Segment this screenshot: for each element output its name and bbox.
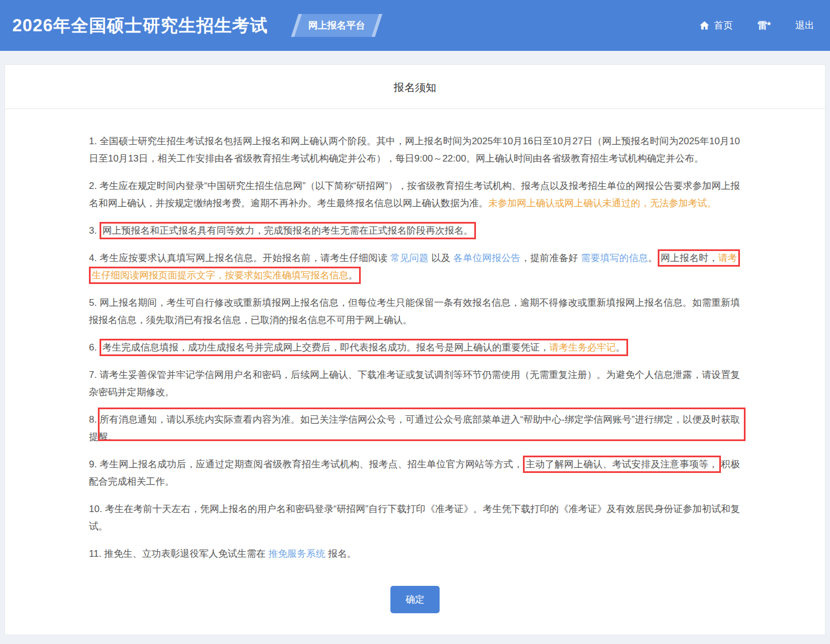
text-run: 9. 考生网上报名成功后，应通过定期查阅省级教育招生考试机构、报考点、招生单位官… [89,459,523,470]
site-title: 2026年全国硕士研究生招生考试 [12,14,268,37]
text-segment: 未参加网上确认或网上确认未通过的，无法参加考试。 [488,198,716,209]
text-segment: 11. 推免生、立功表彰退役军人免试生需在 [89,548,268,559]
notice-card: 报名须知 1. 全国硕士研究生招生考试报名包括网上报名和网上确认两个阶段。其中，… [4,64,826,635]
text-segment: 10. 考生在考前十天左右，凭网上报名的用户名和密码登录“研招网”自行下载打印《… [89,504,740,532]
inline-link[interactable]: 各单位网报公告 [454,253,521,263]
confirm-button[interactable]: 确定 [390,586,440,613]
text-run: 6. [89,342,100,353]
text-segment: 6. [89,342,100,353]
text-run: 1. 全国硕士研究生招生考试报名包括网上报名和网上确认两个阶段。其中，网上报名时… [89,136,740,164]
notice-paragraph: 5. 网上报名期间，考生可自行修改或重新填报网上报名信息，但每位考生只能保留一条… [89,294,740,329]
red-annotation-box: 主动了解网上确认、考试安排及注意事项等， [523,456,721,473]
notice-paragraph: 3. 网上预报名和正式报名具有同等效力，完成预报名的考生无需在正式报名阶段再次报… [89,222,740,239]
notice-list: 1. 全国硕士研究生招生考试报名包括网上报名和网上确认两个阶段。其中，网上报名时… [5,109,825,562]
text-run: 7. 请考生妥善保管并牢记学信网用户名和密码，后续网上确认、下载准考证或复试调剂… [89,370,740,397]
page-title: 报名须知 [5,65,825,109]
notice-paragraph: 4. 考生应按要求认真填写网上报名信息。开始报名前，请考生仔细阅读 常见问题 以… [89,249,740,284]
header-nav: 首页 雷* 退出 [699,19,814,32]
notice-paragraph: 6. 考生完成信息填报，成功生成报名号并完成网上交费后，即代表报名成功。报名号是… [89,339,740,356]
text-run: 5. 网上报名期间，考生可自行修改或重新填报网上报名信息，但每位考生只能保留一条… [89,297,740,325]
text-run: 10. 考生在考前十天左右，凭网上报名的用户名和密码登录“研招网”自行下载打印《… [89,504,740,532]
text-segment: 3. [89,225,100,236]
notice-paragraph: 10. 考生在考前十天左右，凭网上报名的用户名和密码登录“研招网”自行下载打印《… [89,500,740,535]
text-segment: 。 [348,270,358,281]
nav-home-label: 首页 [714,19,733,32]
notice-paragraph: 11. 推免生、立功表彰退役军人免试生需在 推免服务系统 报名。 [89,545,740,562]
text-run: 4. 考生应按要求认真填写网上报名信息。开始报名前，请考生仔细阅读 常见问题 以… [89,253,658,263]
text-segment: 1. 全国硕士研究生招生考试报名包括网上报名和网上确认两个阶段。其中，网上报名时… [89,136,740,164]
text-run: 11. 推免生、立功表彰退役军人免试生需在 推免服务系统 报名。 [89,548,357,559]
text-segment: 网上报名时， [661,253,718,263]
text-segment: ，提前准备好 [521,253,581,263]
text-segment: 网上预报名和正式报名具有同等效力，完成预报名的考生无需在正式报名阶段再次报名。 [102,225,473,236]
text-segment: 9. 考生网上报名成功后，应通过定期查阅省级教育招生考试机构、报考点、招生单位官… [89,459,523,470]
notice-paragraph: 1. 全国硕士研究生招生考试报名包括网上报名和网上确认两个阶段。其中，网上报名时… [89,132,740,167]
text-segment: 5. 网上报名期间，考生可自行修改或重新填报网上报名信息，但每位考生只能保留一条… [89,297,740,325]
inline-link[interactable]: 推免服务系统 [268,548,326,559]
text-segment: 4. 考生应按要求认真填写网上报名信息。开始报名前，请考生仔细阅读 [89,253,390,263]
home-icon [699,20,710,31]
nav-home-link[interactable]: 首页 [699,19,733,32]
text-run: 8. 所有消息通知，请以系统内实际查看内容为准。如已关注学信网公众号，可通过公众… [89,414,740,442]
red-annotation-box: 考生完成信息填报，成功生成报名号并完成网上交费后，即代表报名成功。报名号是网上确… [100,339,628,356]
text-run: 2. 考生应在规定时间内登录“中国研究生招生信息网”（以下简称“研招网”），按省… [89,181,740,209]
text-segment: 考生完成信息填报，成功生成报名号并完成网上交费后，即代表报名成功。报名号是网上确… [102,342,549,353]
platform-badge: 网上报名平台 [291,14,382,37]
inline-link[interactable]: 需要填写的信息 [581,253,648,263]
text-segment: 报名。 [326,548,357,559]
notice-paragraph: 2. 考生应在规定时间内登录“中国研究生招生信息网”（以下简称“研招网”），按省… [89,177,740,212]
text-segment: 请考生务必牢记 [549,342,616,353]
platform-badge-label: 网上报名平台 [308,19,365,32]
inline-link[interactable]: 常见问题 [390,253,429,263]
header: 2026年全国硕士研究生招生考试 网上报名平台 首页 雷* 退出 [0,0,830,51]
red-annotation-box: 网上预报名和正式报名具有同等效力，完成预报名的考生无需在正式报名阶段再次报名。 [100,222,476,239]
text-segment: 。 [648,253,658,263]
button-row: 确定 [5,572,825,613]
notice-paragraph: 8. 所有消息通知，请以系统内实际查看内容为准。如已关注学信网公众号，可通过公众… [89,411,740,446]
notice-paragraph: 9. 考生网上报名成功后，应通过定期查阅省级教育招生考试机构、报考点、招生单位官… [89,456,740,490]
text-segment: 以及 [428,253,453,263]
notice-paragraph: 7. 请考生妥善保管并牢记学信网用户名和密码，后续网上确认、下载准考证或复试调剂… [89,366,740,401]
text-segment: 7. 请考生妥善保管并牢记学信网用户名和密码，后续网上确认、下载准考证或复试调剂… [89,370,740,397]
text-run: 3. [89,225,100,236]
text-segment: 。 [616,342,625,353]
nav-logout-link[interactable]: 退出 [795,19,814,32]
nav-username[interactable]: 雷* [757,19,771,32]
text-segment: 8. 所有消息通知，请以系统内实际查看内容为准。如已关注学信网公众号，可通过公众… [89,414,740,442]
text-segment: 主动了解网上确认、考试安排及注意事项等， [526,459,718,470]
